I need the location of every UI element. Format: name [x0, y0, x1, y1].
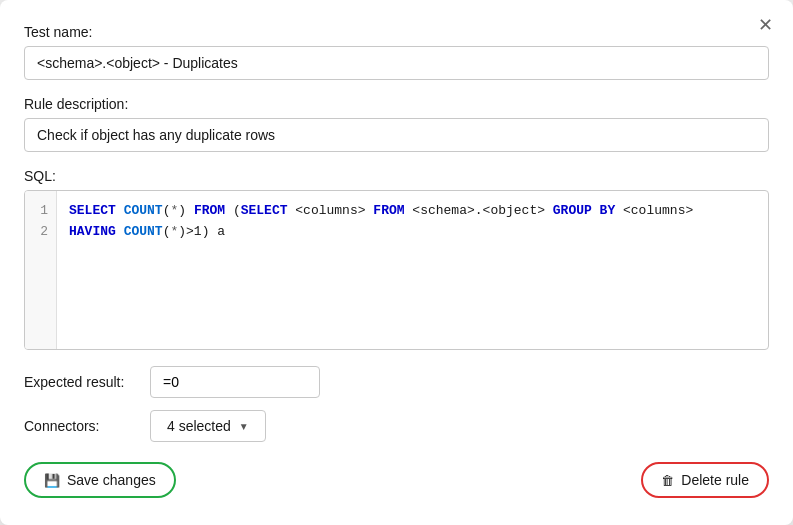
- rule-desc-label: Rule description:: [24, 96, 769, 112]
- connectors-dropdown[interactable]: 4 selected ▼: [150, 410, 266, 442]
- delete-label: Delete rule: [681, 472, 749, 488]
- sql-label: SQL:: [24, 168, 769, 184]
- rule-desc-group: Rule description:: [24, 96, 769, 152]
- dialog: ✕ Test name: Rule description: SQL: 12 S…: [0, 0, 793, 525]
- rule-desc-input[interactable]: [24, 118, 769, 152]
- sql-group: SQL: 12 SELECT COUNT(*) FROM (SELECT <co…: [24, 168, 769, 350]
- expected-result-field: Expected result:: [24, 366, 769, 398]
- expected-result-input[interactable]: [150, 366, 320, 398]
- expected-result-label: Expected result:: [24, 374, 134, 390]
- test-name-label: Test name:: [24, 24, 769, 40]
- save-label: Save changes: [67, 472, 156, 488]
- sql-editor[interactable]: 12 SELECT COUNT(*) FROM (SELECT <columns…: [24, 190, 769, 350]
- footer: 💾 Save changes 🗑 Delete rule: [24, 462, 769, 498]
- delete-rule-button[interactable]: 🗑 Delete rule: [641, 462, 769, 498]
- line-numbers: 12: [25, 191, 57, 349]
- test-name-input[interactable]: [24, 46, 769, 80]
- save-icon: 💾: [44, 473, 60, 488]
- connectors-label: Connectors:: [24, 418, 134, 434]
- save-button[interactable]: 💾 Save changes: [24, 462, 176, 498]
- chevron-down-icon: ▼: [239, 421, 249, 432]
- test-name-group: Test name:: [24, 24, 769, 80]
- connectors-value: 4 selected: [167, 418, 231, 434]
- close-button[interactable]: ✕: [754, 14, 777, 36]
- bottom-fields: Expected result: Connectors: 4 selected …: [24, 366, 769, 442]
- trash-icon: 🗑: [661, 473, 674, 488]
- connectors-field: Connectors: 4 selected ▼: [24, 410, 769, 442]
- sql-code[interactable]: SELECT COUNT(*) FROM (SELECT <columns> F…: [57, 191, 768, 349]
